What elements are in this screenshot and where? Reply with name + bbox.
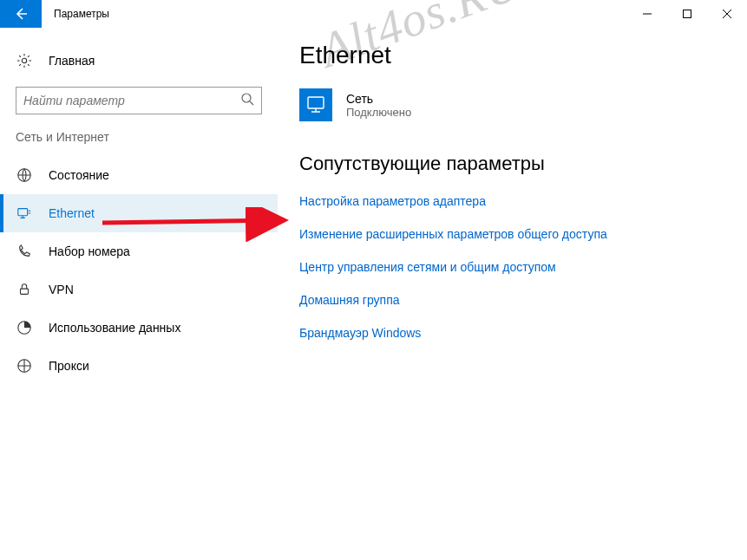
svg-point-2 (242, 94, 251, 102)
nav-item-status[interactable]: Состояние (0, 156, 278, 194)
network-info: Сеть Подключено (346, 92, 411, 119)
ethernet-icon (16, 205, 33, 222)
link-adapter-settings[interactable]: Настройка параметров адаптера (299, 194, 730, 208)
title-bar: Параметры (0, 0, 747, 28)
nav-item-dialup[interactable]: Набор номера (0, 232, 278, 270)
link-network-sharing-center[interactable]: Центр управления сетями и общим доступом (299, 260, 730, 274)
data-usage-icon (16, 319, 33, 336)
arrow-left-icon (14, 7, 28, 21)
svg-rect-4 (18, 209, 28, 216)
nav-item-label: Использование данных (49, 321, 180, 335)
network-name: Сеть (346, 92, 411, 106)
svg-rect-5 (21, 289, 29, 294)
window-controls (627, 0, 747, 28)
nav-item-label: Прокси (49, 359, 89, 373)
network-tile-icon (299, 88, 332, 121)
related-settings-heading: Сопутствующие параметры (299, 153, 730, 175)
maximize-icon (683, 10, 691, 18)
nav-item-label: Ethernet (49, 206, 95, 220)
link-windows-firewall[interactable]: Брандмауэр Windows (299, 326, 730, 340)
phone-icon (16, 243, 33, 260)
nav-item-data-usage[interactable]: Использование данных (0, 309, 278, 347)
window-title: Параметры (42, 0, 627, 28)
nav-item-label: Набор номера (49, 244, 130, 258)
vpn-icon (16, 281, 33, 298)
search-box[interactable] (16, 87, 262, 114)
nav-item-ethernet[interactable]: Ethernet (0, 194, 278, 232)
minimize-button[interactable] (627, 0, 667, 28)
close-button[interactable] (707, 0, 747, 28)
network-status: Подключено (346, 106, 411, 119)
back-button[interactable] (0, 0, 42, 28)
search-container (0, 87, 278, 114)
sidebar: Главная Сеть и Интернет Состояние Ethern… (0, 28, 278, 385)
maximize-button[interactable] (667, 0, 707, 28)
close-icon (723, 10, 731, 18)
globe-icon (16, 166, 33, 184)
link-advanced-sharing[interactable]: Изменение расширенных параметров общего … (299, 227, 730, 241)
home-label: Главная (49, 54, 95, 68)
minimize-icon (643, 10, 652, 18)
svg-rect-0 (684, 10, 691, 18)
nav-item-vpn[interactable]: VPN (0, 270, 278, 309)
link-homegroup[interactable]: Домашняя группа (299, 293, 730, 307)
nav-group-title: Сеть и Интернет (0, 130, 278, 144)
nav-item-label: Состояние (49, 168, 109, 182)
svg-rect-8 (308, 97, 324, 108)
svg-point-1 (22, 58, 26, 62)
network-entry[interactable]: Сеть Подключено (299, 88, 730, 121)
main-content: Ethernet Сеть Подключено Сопутствующие п… (299, 42, 730, 359)
search-input[interactable] (23, 94, 240, 107)
home-button[interactable]: Главная (0, 43, 278, 78)
gear-icon (16, 52, 33, 69)
nav-item-label: VPN (49, 283, 74, 296)
page-title: Ethernet (299, 42, 730, 69)
nav-item-proxy[interactable]: Прокси (0, 347, 278, 385)
proxy-icon (16, 357, 33, 374)
search-icon (240, 92, 254, 109)
